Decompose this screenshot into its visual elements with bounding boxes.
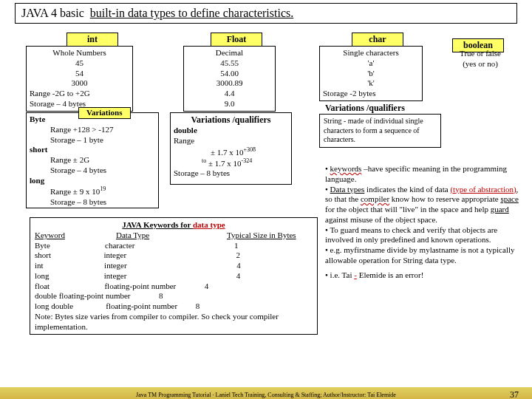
notes-area: • keywords –have specific meaning in the… xyxy=(325,164,525,280)
int-variations-box: Variations Byte Range +128 > -127 Storag… xyxy=(26,112,159,208)
bool-box: True or false(yes or no) xyxy=(436,49,525,69)
hdr-int: int xyxy=(66,33,118,47)
page-number: 37 xyxy=(510,389,519,399)
char-box: Single characters'a''b' 'k'Storage -2 by… xyxy=(319,46,423,101)
float-variations-box: Variations /qualifiers double Range ± 1.… xyxy=(170,112,292,185)
hdr-char: char xyxy=(352,33,403,47)
footer: Java TM Programming Tutorial · Laniel Te… xyxy=(0,387,532,399)
keywords-table: JAVA Keywords for data type KeywordData … xyxy=(30,217,318,335)
char-varq-hdr: Variations /qualifiers xyxy=(325,103,405,114)
page-title: JAVA 4 basic built-in data types to defi… xyxy=(15,3,517,24)
float-box: Decimal45.5554.00 3000.894.49.0 xyxy=(183,46,276,112)
hdr-float: Float xyxy=(211,33,262,47)
char-string-box: String - made of individual single chara… xyxy=(319,114,441,148)
int-box: Whole Numbers45543000 Range -2G to +2GSt… xyxy=(26,46,133,112)
